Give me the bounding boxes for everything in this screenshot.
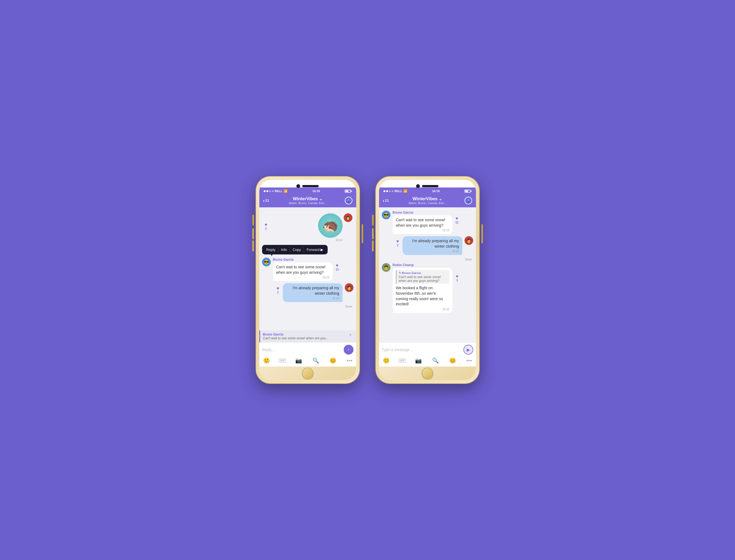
add-contact-button-right[interactable]: + 👤 — [465, 197, 472, 204]
battery-fill — [346, 190, 348, 192]
dropdown-icon: ⌄ — [319, 196, 322, 201]
emoji-btn-left[interactable]: 🙂 — [262, 357, 271, 364]
quoted-text: Can't wait to see some snow! when are yo… — [399, 275, 447, 283]
avatar-emoji: 👩 — [346, 216, 350, 220]
seen-label-right: Seen — [382, 258, 473, 261]
nav-title-main-right: WinterVibes ⌄ — [394, 196, 461, 201]
context-copy-btn[interactable]: Copy — [290, 245, 303, 254]
bruno-avatar-emoji-right: 😎 — [383, 213, 389, 218]
robin-count: 3 — [456, 279, 458, 282]
context-menu-container: Reply Info Copy Forward ▶ — [262, 245, 353, 256]
nav-back-right[interactable]: ‹ 11 — [383, 198, 394, 203]
dot4 — [272, 190, 274, 192]
bruno-count-left: 12 — [336, 268, 339, 271]
gif-btn-left[interactable]: GIF — [279, 359, 286, 363]
bruno-bubble-right: Can't wait to see some snow! when are yo… — [393, 215, 453, 234]
status-right-right — [465, 190, 472, 193]
context-menu: Reply Info Copy Forward ▶ — [262, 245, 328, 254]
message-input-right[interactable] — [382, 347, 461, 352]
carrier-label: BELL — [275, 189, 283, 193]
context-reply-btn[interactable]: Reply — [264, 245, 278, 254]
bruno-time-left: 16:15 — [276, 276, 330, 279]
back-arrow-icon-right: ‹ — [383, 198, 385, 203]
home-button-left[interactable] — [302, 368, 313, 379]
sent-bubble-right: I'm already preparing all my winter clot… — [402, 236, 462, 255]
speaker-bar — [302, 185, 319, 187]
nav-back-left[interactable]: ‹ 11 — [263, 198, 274, 203]
robin-reaction: ♥ 3 — [456, 274, 459, 282]
bruno-message-right: 😎 Bruno Garcia Can't wait to see some sn… — [382, 211, 473, 234]
toolbar-left: 🙂 GIF 📷 🔍 😊 ••• — [262, 357, 353, 364]
search-btn-left[interactable]: 🔍 — [311, 357, 320, 364]
status-left-right: BELL 📶 — [383, 189, 408, 193]
gif-btn-right[interactable]: GIF — [399, 359, 406, 363]
phone-top-decor-right — [417, 185, 438, 187]
emoji-btn-right[interactable]: 🙂 — [382, 357, 391, 364]
more-btn-right[interactable]: ••• — [465, 357, 473, 364]
message-input-left[interactable] — [262, 347, 342, 352]
camera-btn-left[interactable]: 📷 — [294, 357, 303, 364]
sent-message-right: 👩 I'm already preparing all my winter cl… — [382, 236, 473, 255]
sent-time-right: 16:16 — [406, 250, 459, 253]
send-button-left[interactable]: ↑ — [344, 345, 353, 355]
home-button-right[interactable] — [422, 368, 433, 379]
phone-left: BELL 📶 16:16 ‹ 11 — [256, 177, 359, 383]
robin-avatar-emoji: 👨 — [383, 265, 389, 270]
sticker-sender-avatar: 👩 — [344, 213, 352, 222]
nav-subtitle-left: Adam, Bruno, Camiia, Eloi... — [274, 201, 342, 205]
camera-btn-right[interactable]: 📷 — [414, 357, 423, 364]
sticker-reaction: ♥ 2 — [265, 222, 267, 230]
bruno-sender-name-right: Bruno Garcia — [393, 211, 453, 214]
quoted-message: ↳ Bruno Garcia Can't wait to see some sn… — [396, 270, 449, 284]
dot2 — [266, 190, 268, 192]
camera-dot — [297, 185, 300, 187]
home-area-right — [379, 367, 476, 380]
bruno-content-right: Bruno Garcia Can't wait to see some snow… — [393, 211, 453, 234]
status-left: BELL 📶 — [264, 189, 288, 193]
nav-subtitle-right: Adam, Bruno, Camiia, Eloi... — [394, 201, 461, 205]
send-button-right[interactable]: ▶ — [463, 345, 473, 355]
battery-tip — [351, 190, 352, 192]
carrier-label-right: BELL — [395, 189, 402, 193]
sticker-btn-left[interactable]: 😊 — [328, 357, 337, 364]
sent-time-left: 16:16 — [286, 297, 339, 300]
phone-top-decor — [297, 185, 319, 187]
sent-heart-left: ♥ — [277, 286, 279, 291]
context-forward-btn[interactable]: Forward ▶ — [304, 245, 326, 254]
nav-bar-left: ‹ 11 WinterVibes ⌄ Adam, Bruno, Camiia, … — [259, 194, 356, 207]
sticker-message: ♥ 2 🦔 👩 16:14 — [262, 211, 353, 242]
bruno-text-left: Can't wait to see some snow! when are yo… — [276, 264, 330, 275]
bruno-heart-left: ♥ — [336, 263, 339, 268]
bruno-time-right: 16:15 — [396, 229, 449, 232]
nav-title-main-left: WinterVibes ⌄ — [274, 196, 342, 201]
home-area-left — [259, 367, 356, 380]
status-time-left: 16:16 — [312, 189, 320, 193]
nav-title-left: WinterVibes ⌄ Adam, Bruno, Camiia, Eloi.… — [274, 196, 342, 205]
sticker-content: 🦔 👩 16:14 — [318, 213, 343, 242]
robin-time: 16:16 — [396, 308, 449, 311]
sticker-heart-count: 2 — [265, 227, 267, 230]
signal-dots-right — [383, 190, 393, 192]
context-info-btn[interactable]: Info — [278, 245, 290, 254]
more-btn-left[interactable]: ••• — [345, 357, 353, 364]
dot2r — [386, 190, 388, 192]
status-bar-right: BELL 📶 16:16 — [379, 187, 476, 194]
search-btn-right[interactable]: 🔍 — [431, 357, 440, 364]
battery-fill-right — [465, 190, 468, 192]
status-bar-left: BELL 📶 16:16 — [259, 187, 356, 194]
input-area-left: ↑ 🙂 GIF 📷 🔍 😊 ••• — [259, 342, 356, 367]
sent-bubble-left: I'm already preparing all my winter clot… — [283, 283, 343, 302]
robin-text: We booked a flight on November 8th..so w… — [396, 285, 449, 307]
reply-close-btn[interactable]: × — [348, 333, 353, 337]
speaker-bar-right — [422, 185, 438, 187]
bruno-sender-name-left: Bruno Garcia — [273, 258, 333, 261]
reply-preview-text-left: Can't wait to see some snow! when are yo… — [263, 336, 328, 340]
bruno-reaction-left: ♥ 12 — [336, 263, 339, 271]
sticker-time: 16:14 — [336, 239, 342, 242]
battery-body — [345, 190, 351, 193]
chat-area-right: 😎 Bruno Garcia Can't wait to see some sn… — [379, 207, 476, 342]
sent-avatar-emoji: 👩 — [346, 285, 352, 290]
nav-bar-right: ‹ 11 WinterVibes ⌄ Adam, Bruno, Camiia, … — [379, 194, 476, 207]
add-contact-button-left[interactable]: + 👤 — [345, 197, 352, 204]
sticker-btn-right[interactable]: 😊 — [448, 357, 457, 364]
